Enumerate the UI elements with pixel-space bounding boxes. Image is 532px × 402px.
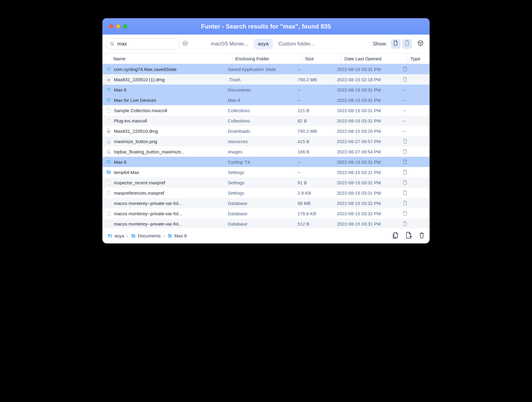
enclosing-folder: Settings [225,170,294,175]
minimize-window-button[interactable] [116,24,120,28]
table-row[interactable]: maximize_button.pngresources415 B2022-06… [102,136,430,146]
dmg-icon [106,77,111,82]
folder-icon [106,97,111,103]
path-segment[interactable]: Documents [131,233,161,239]
move-button[interactable] [405,232,412,240]
scope-tab-custom[interactable]: Custom folder... [274,39,319,49]
column-name[interactable]: Name [113,53,232,64]
scope-tab-volume[interactable]: macOS Monte... [207,39,252,49]
move-icon [405,232,412,240]
image-icon [106,139,111,144]
table-row[interactable]: macos monterey--private-var-fol...Databa… [102,208,430,219]
trash-button[interactable] [419,232,425,240]
file-name: Plug-ins.maxcoll [114,118,147,123]
file-name: Max for Live Devices [114,98,156,103]
table-row[interactable]: Max 8Cycling '74--2022-08-15 03:31 PM [102,157,430,167]
svg-line-1 [113,45,114,45]
file-name: macos monterey--private-var-fol... [114,201,182,206]
file-icon [106,221,111,226]
path-segment[interactable]: Max 8 [167,233,187,239]
chevron-right-icon: › [127,233,128,238]
table-row[interactable]: Max for Live DevicesMax 8--2022-08-15 03… [102,95,430,105]
path-label: asya [115,233,124,238]
file-icon [106,180,111,185]
file-size: 790.2 MB [294,129,334,134]
copy-button[interactable] [392,232,399,240]
file-size: -- [294,67,334,72]
results-list[interactable]: com.cycling74.Max.savedStateSaved Applic… [102,64,430,228]
svg-rect-8 [108,131,109,131]
table-row[interactable]: Max831_220510.dmgDownloads790.2 MB2022-0… [102,126,430,136]
file-name: com.cycling74.Max.savedState [114,67,177,72]
file-name: macos monterey--private-var-fol... [114,211,182,216]
enclosing-folder: images [225,149,294,154]
file-type [400,159,418,164]
table-row[interactable]: inspector_recent.maxprefSettings91 B2022… [102,177,430,188]
enclosing-folder: Downloads [225,129,294,134]
trash-icon [419,232,425,240]
toggle-hidden-files[interactable] [402,39,412,49]
file-type [400,170,418,175]
folder-icon [167,233,173,239]
file-size: -- [294,98,334,103]
table-row[interactable]: Sample Collection.maxcollCollections221 … [102,105,430,116]
file-icon [106,118,111,123]
toggle-visible-files[interactable] [391,39,401,49]
date-last-opened: 2022-08-15 03:31 PM [334,108,400,113]
file-icon [106,200,111,206]
enclosing-folder: .Trash [225,77,294,82]
file-size: 221 B [294,108,334,113]
image-icon [106,149,111,154]
table-row[interactable]: com.cycling74.Max.savedStateSaved Applic… [102,64,430,74]
file-size: 91 B [294,180,334,185]
close-window-button[interactable] [109,24,113,28]
file-type [400,149,418,154]
breadcrumb: asya›Documents›Max 8 [107,233,187,239]
table-row[interactable]: Plug-ins.maxcollCollections82 B2022-08-1… [102,116,430,126]
search-icon [109,41,115,47]
enclosing-folder: Saved Application State [225,67,294,72]
package-toggle[interactable] [416,39,425,49]
date-last-opened: 2022-08-15 03:31 PM [334,170,400,175]
column-folder[interactable]: Enclosing Folder [232,53,302,64]
enclosing-folder: Cycling '74 [225,159,294,165]
file-type [400,139,418,144]
table-row[interactable]: Max831_220510 (1).dmg.Trash790.2 MB2022-… [102,74,430,85]
file-size: 512 B [294,221,334,226]
table-row[interactable]: Max 8Documents--2022-08-15 03:31 PM-- [102,85,430,95]
search-field[interactable] [107,38,179,49]
scope-tab-home[interactable]: asya [254,39,273,49]
date-last-opened: 2022-06-27 09:57 PM [334,139,400,144]
file-name: Sample Collection.maxcoll [114,108,167,113]
search-input[interactable] [117,41,182,47]
column-size[interactable]: Size [302,53,341,64]
date-last-opened: 2022-08-15 03:20 PM [334,129,400,134]
file-type [400,201,418,206]
date-last-opened: 2022-08-15 03:32 PM [334,211,400,216]
column-type[interactable]: Type [407,53,425,64]
date-last-opened: 2022-08-15 03:31 PM [334,87,400,92]
svg-point-12 [108,151,109,152]
table-row[interactable]: temp64-MaxSettings--2022-08-15 03:31 PM [102,167,430,177]
file-type [400,211,418,216]
path-label: Max 8 [175,233,187,238]
date-last-opened: 2022-08-15 03:31 PM [334,67,400,72]
column-date[interactable]: Date Last Opened [341,53,407,64]
date-last-opened: 2022-06-27 09:54 PM [334,149,400,154]
file-name: Max 8 [114,87,126,92]
file-size: 58 MB [294,201,334,206]
enclosing-folder: Settings [225,180,294,185]
toolbar: macOS Monte... asya Custom folder... Sho… [102,35,430,53]
file-size: 790.2 MB [294,77,334,82]
clear-search-button[interactable] [182,40,188,47]
file-name: Max831_220510 (1).dmg [114,77,165,82]
table-row[interactable]: macos monterey--private-var-fol...Databa… [102,219,430,228]
date-last-opened: 2022-08-15 03:31 PM [334,118,400,123]
table-row[interactable]: maxpreferences.maxprefSettings2.8 KB2022… [102,188,430,198]
table-row[interactable]: macos monterey--private-var-fol...Databa… [102,198,430,208]
enclosing-folder: Collections [225,108,294,113]
file-icon [106,108,111,113]
path-segment[interactable]: asya [107,233,124,239]
zoom-window-button[interactable] [123,24,127,28]
table-row[interactable]: topbar_floating_button_maximize...images… [102,146,430,157]
